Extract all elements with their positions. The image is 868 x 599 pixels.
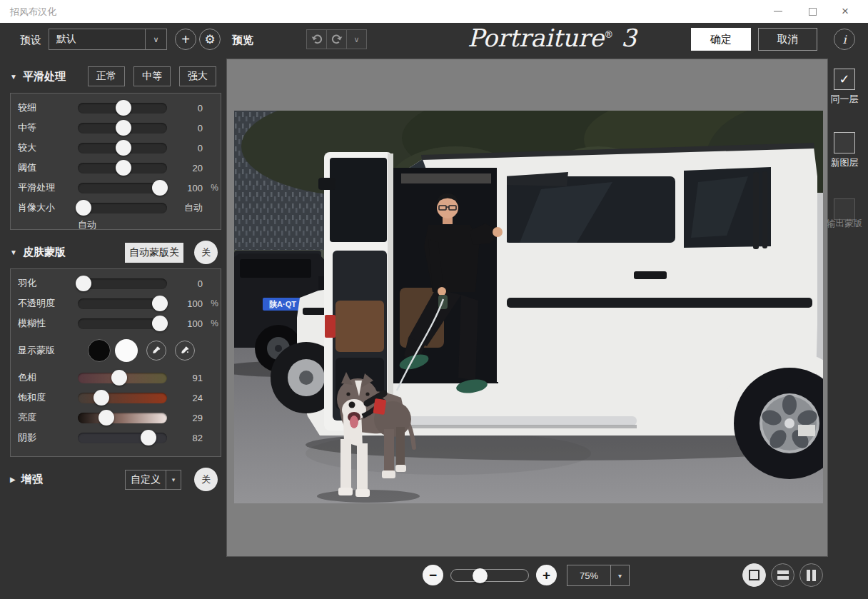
slider-row-saturation: 饱和度 24: [11, 388, 221, 408]
hue-slider[interactable]: [78, 373, 167, 383]
slider-row-smoothing-amount: 平滑处理 100%: [11, 178, 221, 198]
slider-knob[interactable]: [152, 180, 168, 196]
preset-label: 预设: [20, 34, 41, 47]
medium-slider[interactable]: [78, 123, 167, 134]
slider-value: 91: [167, 373, 203, 383]
settings-button[interactable]: ⚙: [199, 29, 221, 50]
slider-knob[interactable]: [76, 200, 91, 216]
shadow-slider[interactable]: [78, 433, 167, 443]
fuzziness-slider[interactable]: [78, 318, 167, 329]
zoom-level-dropdown[interactable]: 75% ▾: [567, 565, 630, 586]
slider-knob[interactable]: [152, 296, 168, 311]
slider-knob[interactable]: [116, 120, 131, 136]
split-horizontal-view-button[interactable]: [771, 563, 794, 587]
slider-knob[interactable]: [99, 410, 114, 426]
slider-row-fuzziness: 模糊性 100%: [11, 313, 221, 333]
cancel-button[interactable]: 取消: [758, 28, 817, 51]
new-layer-checkbox[interactable]: [834, 132, 855, 153]
slider-value: 自动: [167, 201, 203, 214]
zoom-out-button[interactable]: −: [423, 565, 443, 585]
maximize-button[interactable]: [799, 0, 825, 23]
single-view-button[interactable]: [742, 563, 766, 587]
slider-value: 100: [167, 298, 203, 309]
undo-button[interactable]: [306, 29, 327, 49]
zoom-slider-knob[interactable]: [473, 568, 488, 583]
auto-mask-button[interactable]: 自动蒙版关: [125, 243, 183, 263]
split-vertical-view-button[interactable]: [799, 563, 823, 587]
output-mask-label: 输出蒙版: [823, 218, 866, 230]
collapse-triangle-icon[interactable]: ▼: [10, 248, 17, 256]
smoothing-title: 平滑处理: [23, 70, 66, 84]
slider-knob[interactable]: [152, 316, 168, 331]
preset-dropdown[interactable]: 默认 ∨: [49, 29, 167, 50]
feather-slider[interactable]: [78, 278, 167, 289]
slider-label: 饱和度: [18, 391, 78, 404]
fine-slider[interactable]: [78, 103, 167, 114]
mask-white-swatch[interactable]: [115, 339, 138, 362]
slider-knob[interactable]: [116, 140, 131, 156]
enhance-toggle-button[interactable]: 关: [194, 468, 218, 491]
app-logo: Portraiture® 3: [468, 24, 614, 52]
plus-icon: +: [542, 568, 550, 583]
collapse-triangle-icon[interactable]: ▶: [10, 475, 16, 483]
redo-button[interactable]: [326, 29, 347, 49]
ok-button[interactable]: 确定: [691, 28, 751, 51]
close-button[interactable]: ×: [832, 0, 858, 23]
preview-canvas[interactable]: 陕A·QT: [226, 59, 828, 557]
portrait-size-slider[interactable]: [78, 203, 167, 213]
smoothing-preset-normal-button[interactable]: 正常: [88, 66, 125, 86]
smoothing-amount-slider[interactable]: [78, 183, 167, 193]
portrait-size-mode-row: 自动: [11, 218, 221, 232]
enhance-preset-dropdown[interactable]: 自定义 ▾: [125, 470, 181, 490]
enhance-toggle-label: 关: [201, 473, 211, 486]
slider-knob[interactable]: [141, 430, 156, 446]
eyedropper-button[interactable]: [146, 341, 166, 361]
saturation-slider[interactable]: [78, 393, 167, 403]
output-mask-checkbox[interactable]: [834, 198, 855, 220]
skin-mask-section-header: ▼ 皮肤蒙版 自动蒙版关 关: [10, 241, 221, 264]
skin-mask-title: 皮肤蒙版: [23, 246, 66, 259]
slider-row-portrait-size: 肖像大小 自动: [11, 198, 221, 218]
slider-knob[interactable]: [111, 370, 127, 386]
zoom-in-button[interactable]: +: [536, 565, 557, 585]
large-slider[interactable]: [78, 143, 167, 153]
single-view-icon: [749, 570, 760, 580]
enhance-section-header: ▶ 增强 自定义 ▾ 关: [10, 468, 221, 491]
slider-knob[interactable]: [76, 276, 91, 291]
same-layer-checkbox[interactable]: ✓: [834, 69, 855, 90]
maximize-icon: [809, 8, 817, 16]
license-plate: 陕A·QT: [269, 300, 296, 308]
minimize-button[interactable]: [765, 0, 791, 23]
mask-black-swatch[interactable]: [88, 339, 111, 362]
history-controls: ∨: [307, 29, 367, 49]
slider-knob[interactable]: [116, 160, 131, 176]
slider-label: 模糊性: [18, 317, 78, 330]
show-mask-row: 显示蒙版: [11, 333, 221, 368]
skin-mask-toggle-button[interactable]: 关: [194, 241, 218, 264]
slider-label: 不透明度: [18, 297, 78, 310]
eyedropper-icon: [151, 346, 161, 356]
minimize-icon: [774, 11, 782, 12]
preset-normal-label: 正常: [96, 70, 116, 83]
collapse-triangle-icon[interactable]: ▼: [10, 73, 17, 81]
slider-label: 阴影: [18, 431, 78, 444]
opacity-slider[interactable]: [78, 298, 167, 309]
history-dropdown-button[interactable]: ∨: [346, 29, 367, 49]
smoothing-preset-medium-button[interactable]: 中等: [133, 66, 171, 86]
zoom-slider[interactable]: [450, 569, 529, 582]
portraiture-plugin-window: 招风布汉化 × 预设 默认 ∨ + ⚙ 预览 ∨ Portraiture® 3 …: [0, 0, 868, 599]
info-button[interactable]: i: [834, 29, 855, 50]
slider-row-threshold: 阈值 20: [11, 158, 221, 178]
slider-row-fine: 较细 0: [11, 98, 221, 118]
slider-value: 0: [167, 123, 203, 134]
slider-row-opacity: 不透明度 100%: [11, 293, 221, 313]
add-preset-button[interactable]: +: [175, 29, 196, 50]
slider-unit: %: [203, 318, 218, 328]
slider-knob[interactable]: [116, 100, 131, 116]
eyedropper-add-button[interactable]: [175, 341, 195, 361]
slider-knob[interactable]: [94, 390, 109, 406]
threshold-slider[interactable]: [78, 163, 167, 173]
smoothing-preset-strong-button[interactable]: 强大: [179, 66, 216, 86]
slider-label: 平滑处理: [18, 181, 78, 194]
lightness-slider[interactable]: [78, 413, 167, 423]
